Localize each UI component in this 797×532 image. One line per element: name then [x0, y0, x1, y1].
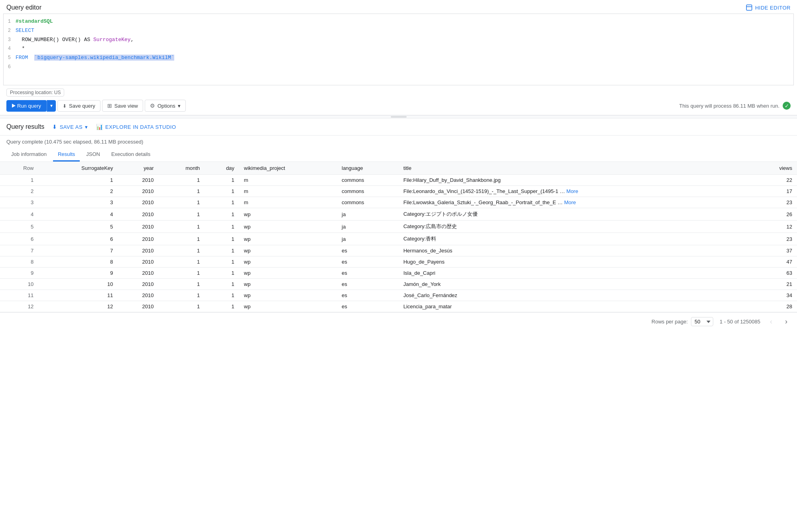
cell-title: Hugo_de_Payens — [399, 256, 754, 268]
results-table-wrap: Row SurrogateKey year month day wikimedi… — [0, 162, 797, 312]
results-title: Query results — [6, 123, 44, 130]
save-view-button[interactable]: Save view — [102, 100, 143, 112]
cell-sk: 8 — [38, 256, 118, 268]
query-process-info: This query will process 86.11 MB when ru… — [679, 102, 791, 110]
cell-row: 9 — [0, 268, 38, 279]
cell-wikimedia-project: wp — [239, 268, 337, 279]
prev-page-button[interactable]: ‹ — [767, 316, 775, 327]
col-header-row: Row — [0, 162, 38, 175]
cell-day: 1 — [205, 208, 239, 221]
col-header-views: views — [754, 162, 797, 175]
code-editor[interactable]: 1 #standardSQL 2 SELECT 3 ROW_NUMBER() O… — [3, 14, 794, 85]
save-as-button[interactable]: SAVE AS ▾ — [52, 124, 88, 130]
next-page-button[interactable]: › — [782, 316, 791, 327]
cell-year: 2010 — [118, 197, 159, 208]
cell-month: 1 — [158, 175, 205, 186]
cell-wikimedia-project: wp — [239, 233, 337, 245]
editor-header: Query editor HIDE EDITOR — [0, 0, 797, 14]
query-status: Query complete (10.475 sec elapsed, 86.1… — [0, 136, 797, 148]
cell-day: 1 — [205, 221, 239, 233]
cell-row: 1 — [0, 175, 38, 186]
table-row: 2 2 2010 1 1 m commons File:Leonardo_da_… — [0, 186, 797, 197]
hide-editor-button[interactable]: HIDE EDITOR — [746, 4, 791, 11]
cell-views: 47 — [754, 256, 797, 268]
run-query-dropdown-button[interactable]: ▾ — [47, 100, 56, 112]
cell-views: 21 — [754, 279, 797, 290]
toolbar-buttons: Run query ▾ Save query Save view Options… — [6, 100, 791, 112]
table-footer: Rows per page: 10 25 50 100 1 - 50 of 12… — [0, 312, 797, 331]
cell-language: commons — [337, 197, 399, 208]
tab-execution-details[interactable]: Execution details — [106, 148, 155, 162]
col-header-title: title — [399, 162, 754, 175]
cell-views: 34 — [754, 290, 797, 301]
cell-title: Jamón_de_York — [399, 279, 754, 290]
cell-language: commons — [337, 175, 399, 186]
cell-title: File:Hilary_Duff_by_David_Shankbone.jpg — [399, 175, 754, 186]
cell-sk: 5 — [38, 221, 118, 233]
cell-month: 1 — [158, 208, 205, 221]
cell-day: 1 — [205, 290, 239, 301]
cell-language: commons — [337, 186, 399, 197]
editor-resizer[interactable] — [0, 115, 797, 118]
cell-day: 1 — [205, 268, 239, 279]
cell-title: Category:エジプトのポルノ女優 — [399, 208, 754, 221]
cell-row: 12 — [0, 301, 38, 312]
pagination-info: 1 - 50 of 1250085 — [720, 319, 760, 325]
results-table: Row SurrogateKey year month day wikimedi… — [0, 162, 797, 312]
table-row: 10 10 2010 1 1 wp es Jamón_de_York 21 — [0, 279, 797, 290]
code-line-2: 2 SELECT — [4, 26, 793, 35]
cell-row: 7 — [0, 245, 38, 256]
run-query-button[interactable]: Run query — [6, 100, 47, 112]
tab-json[interactable]: JSON — [81, 148, 105, 162]
cell-month: 1 — [158, 233, 205, 245]
more-link[interactable]: More — [567, 188, 579, 194]
cell-wikimedia-project: wp — [239, 290, 337, 301]
code-line-3: 3 ROW_NUMBER() OVER() AS SurrogateKey, — [4, 35, 793, 45]
options-button[interactable]: Options ▾ — [145, 100, 186, 112]
cell-day: 1 — [205, 245, 239, 256]
cell-title: Licencia_para_matar — [399, 301, 754, 312]
cell-year: 2010 — [118, 301, 159, 312]
code-line-6: 6 — [4, 63, 793, 72]
cell-month: 1 — [158, 290, 205, 301]
run-query-wrap: Run query ▾ — [6, 100, 56, 112]
cell-row: 10 — [0, 279, 38, 290]
cell-language: ja — [337, 233, 399, 245]
col-header-day: day — [205, 162, 239, 175]
hide-editor-icon — [746, 4, 753, 11]
editor-title: Query editor — [6, 4, 41, 11]
cell-year: 2010 — [118, 290, 159, 301]
cell-year: 2010 — [118, 245, 159, 256]
cell-row: 11 — [0, 290, 38, 301]
tab-results[interactable]: Results — [53, 148, 80, 162]
save-query-button[interactable]: Save query — [57, 100, 100, 112]
code-line-5: 5 FROM `bigquery-samples.wikipedia_bench… — [4, 53, 793, 63]
play-icon — [12, 104, 16, 108]
cell-sk: 9 — [38, 268, 118, 279]
cell-year: 2010 — [118, 256, 159, 268]
processing-location-badge: Processing location: US — [6, 89, 64, 97]
explore-data-studio-button[interactable]: 📊 EXPLORE IN DATA STUDIO — [96, 124, 176, 130]
cell-sk: 6 — [38, 233, 118, 245]
more-link[interactable]: More — [564, 199, 576, 205]
cell-row: 2 — [0, 186, 38, 197]
table-row: 12 12 2010 1 1 wp es Licencia_para_matar… — [0, 301, 797, 312]
cell-views: 28 — [754, 301, 797, 312]
cell-language: ja — [337, 208, 399, 221]
cell-title: File:Lwowska_Galeria_Sztuki_-_Georg_Raab… — [399, 197, 754, 208]
cell-year: 2010 — [118, 268, 159, 279]
tab-job-information[interactable]: Job information — [6, 148, 51, 162]
cell-wikimedia-project: wp — [239, 208, 337, 221]
table-row: 7 7 2010 1 1 wp es Hermanos_de_Jesús 37 — [0, 245, 797, 256]
cell-views: 17 — [754, 186, 797, 197]
cell-sk: 10 — [38, 279, 118, 290]
cell-row: 4 — [0, 208, 38, 221]
cell-language: es — [337, 279, 399, 290]
cell-month: 1 — [158, 256, 205, 268]
cell-day: 1 — [205, 186, 239, 197]
cell-year: 2010 — [118, 221, 159, 233]
results-tbody: 1 1 2010 1 1 m commons File:Hilary_Duff_… — [0, 175, 797, 312]
svg-rect-0 — [746, 5, 752, 10]
rows-per-page-select[interactable]: 10 25 50 100 — [691, 317, 713, 326]
cell-month: 1 — [158, 197, 205, 208]
